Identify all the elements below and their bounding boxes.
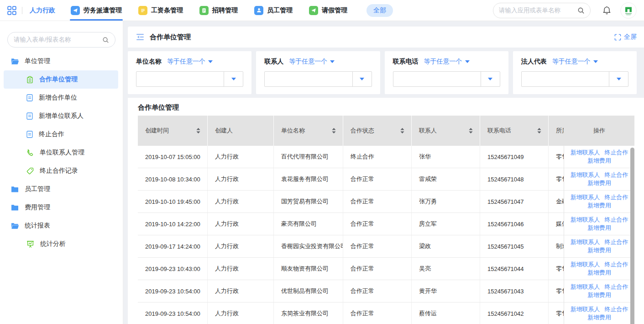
tab-recruitment[interactable]: 招聘管理	[199, 0, 238, 21]
terminate-cooperation-link[interactable]: 终止合作	[605, 149, 628, 156]
folder-closed-icon	[11, 204, 19, 211]
select-arrow-zone[interactable]	[224, 72, 243, 86]
add-expense-link[interactable]: 新增费用	[587, 180, 611, 187]
workspace-label[interactable]: 人力行政	[30, 6, 55, 15]
terminate-cooperation-link[interactable]: 终止合作	[605, 283, 628, 291]
actions-line: 新增联系人终止合作	[571, 216, 628, 223]
add-contact-link[interactable]: 新增联系人	[571, 306, 600, 313]
cell-phone: 15245671047	[480, 191, 549, 212]
add-expense-link[interactable]: 新增费用	[587, 314, 611, 321]
add-contact-link[interactable]: 新增联系人	[571, 194, 600, 201]
filter-operator-dropdown[interactable]: 等于任意一个	[424, 58, 470, 66]
caret-down-icon	[231, 78, 236, 80]
add-contact-link[interactable]: 新增联系人	[571, 149, 600, 156]
column-header[interactable]: 创建时间	[138, 116, 208, 146]
terminate-cooperation-link[interactable]: 终止合作	[605, 194, 628, 201]
bell-icon[interactable]	[602, 6, 611, 15]
cell-phone: 15245671049	[480, 146, 549, 168]
item-terminate-cooperation[interactable]: 终止合作	[4, 125, 118, 143]
cell-status: 合作正常	[343, 303, 412, 324]
sort-icon[interactable]	[537, 127, 542, 134]
add-contact-link[interactable]: 新增联系人	[571, 283, 600, 291]
filter-label: 联系电话	[393, 58, 419, 66]
add-expense-link[interactable]: 新增费用	[587, 202, 611, 209]
caret-down-icon	[330, 60, 335, 63]
filter-select-input[interactable]	[521, 71, 628, 87]
item-statistics-analysis[interactable]: 统计分析	[4, 235, 118, 253]
add-contact-link[interactable]: 新增联系人	[571, 261, 600, 268]
avatar[interactable]	[620, 2, 637, 19]
item-unit-contact-management[interactable]: 单位联系人管理	[4, 143, 118, 162]
sort-icon[interactable]	[400, 127, 405, 134]
tab-leave[interactable]: 请假管理	[309, 0, 347, 21]
column-header[interactable]: 联系电话	[480, 116, 549, 146]
add-expense-link[interactable]: 新增费用	[587, 224, 611, 232]
item-partner-unit-management[interactable]: 合作单位管理	[4, 70, 118, 89]
table-row: 2019-10-10 19:45:00人力行政国芳贸易有限公司合作正常张万勇15…	[138, 191, 634, 213]
add-contact-link[interactable]: 新增联系人	[571, 171, 600, 179]
item-terminate-cooperation-record[interactable]: 终止合作记录	[4, 162, 118, 180]
terminate-cooperation-link[interactable]: 终止合作	[605, 306, 628, 313]
table-row: 2019-09-23 10:54:00人力行政优世制品有限公司合作正常黄开华15…	[138, 280, 634, 303]
filter-select-input[interactable]	[136, 71, 243, 87]
caret-down-icon	[465, 60, 470, 63]
folder-expense-management[interactable]: 费用管理	[4, 198, 118, 217]
tab-labor-dispatch[interactable]: 劳务派遣管理	[71, 0, 122, 21]
item-add-partner-unit[interactable]: 新增合作单位	[4, 89, 118, 107]
vertical-scrollbar[interactable]	[630, 148, 634, 324]
filter-select-input[interactable]	[393, 71, 500, 87]
cell-unit_name: 顺友物资有限公司	[274, 258, 343, 280]
add-expense-link[interactable]: 新增费用	[587, 269, 611, 276]
select-arrow-zone[interactable]	[481, 72, 500, 86]
tab-employee[interactable]: 员工管理	[254, 0, 293, 21]
filter-operator-dropdown[interactable]: 等于任意一个	[289, 58, 335, 66]
tag-icon	[26, 167, 34, 175]
terminate-cooperation-link[interactable]: 终止合作	[605, 239, 628, 246]
select-arrow-zone[interactable]	[352, 72, 372, 86]
add-expense-link[interactable]: 新增费用	[587, 247, 611, 254]
apps-grid-icon[interactable]	[7, 6, 16, 15]
cell-contact: 房立军	[412, 213, 480, 235]
cell-create_time: 2019-10-10 14:22:00	[138, 213, 208, 235]
add-contact-link[interactable]: 新增联系人	[571, 216, 600, 223]
folder-unit-management[interactable]: 单位管理	[4, 52, 118, 70]
cell-contact: 黄开华	[412, 280, 480, 302]
fullscreen-button[interactable]: 全屏	[614, 33, 637, 41]
row-actions: 新增联系人终止合作新增费用	[564, 213, 634, 235]
terminate-cooperation-link[interactable]: 终止合作	[605, 216, 628, 223]
row-actions: 新增联系人终止合作新增费用	[564, 191, 634, 213]
filter-select-value	[393, 72, 481, 86]
item-add-unit-contact[interactable]: 新增单位联系人	[4, 107, 118, 125]
table-row: 2019-10-08 10:34:00人力行政袁花服务有限公司合作正常雷咸荣15…	[138, 168, 634, 191]
filter-select-input[interactable]	[264, 71, 372, 87]
add-expense-link[interactable]: 新增费用	[587, 292, 611, 299]
add-expense-link[interactable]: 新增费用	[587, 157, 611, 165]
terminate-cooperation-link[interactable]: 终止合作	[605, 171, 628, 179]
terminate-cooperation-link[interactable]: 终止合作	[605, 261, 628, 268]
form-search-input[interactable]: 请输入表单/报表名称	[7, 32, 115, 48]
sort-icon[interactable]	[331, 127, 336, 134]
folder-employee-management[interactable]: 员工管理	[4, 180, 118, 198]
folder-statistics-report[interactable]: 统计报表	[4, 217, 118, 235]
sort-icon[interactable]	[196, 127, 201, 134]
table-header-row: 创建时间创建人单位名称合作状态联系人联系电话所属	[138, 116, 634, 146]
caret-down-icon	[593, 60, 598, 63]
tree-label: 统计分析	[40, 240, 66, 248]
select-arrow-zone[interactable]	[609, 72, 628, 86]
column-header[interactable]: 单位名称	[274, 116, 343, 146]
app-search-input[interactable]: 请输入应用或表单名称	[493, 3, 591, 18]
filter-operator-dropdown[interactable]: 等于任意一个	[167, 58, 213, 66]
actions-line: 新增联系人终止合作	[571, 239, 628, 246]
column-header[interactable]: 联系人	[412, 116, 480, 146]
all-apps-pill[interactable]: 全部	[367, 4, 393, 17]
column-label: 联系人	[419, 127, 437, 135]
table-row: 2019-09-23 10:54:00人力行政东简茶业有限公司合作正常蔡传运15…	[138, 303, 634, 324]
tab-payslip[interactable]: 工资条管理	[138, 0, 183, 21]
caret-down-icon	[208, 60, 213, 63]
sort-icon[interactable]	[468, 127, 473, 134]
column-header[interactable]: 合作状态	[343, 116, 412, 146]
cell-create_time: 2019-09-23 10:43:00	[138, 258, 208, 280]
add-contact-link[interactable]: 新增联系人	[571, 239, 600, 246]
filter-operator-dropdown[interactable]: 等于任意一个	[552, 58, 598, 66]
menu-fold-icon[interactable]	[136, 33, 144, 41]
